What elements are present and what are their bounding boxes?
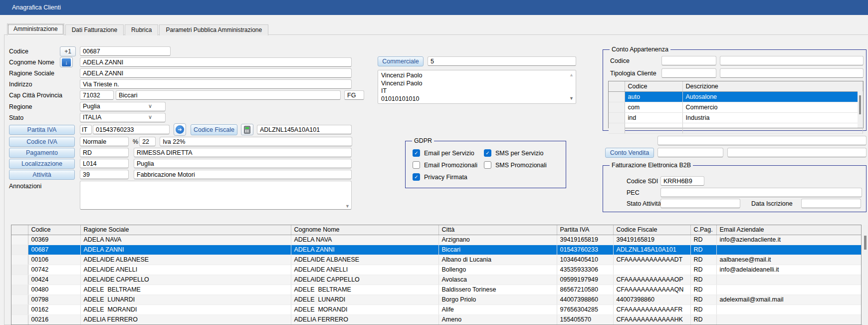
stato-attivita-input[interactable]: [660, 199, 740, 208]
commerciale-button[interactable]: Commerciale: [378, 56, 424, 66]
row-selector[interactable]: [11, 245, 28, 255]
tipologia-row[interactable]: ind Industria: [609, 112, 863, 123]
codice-input[interactable]: [80, 46, 171, 56]
attivita-descrizione-input[interactable]: [134, 170, 352, 179]
provincia-input[interactable]: [344, 90, 364, 100]
codice-sdi-input[interactable]: [660, 176, 704, 186]
column-header-ragione-sociale[interactable]: Ragione Sociale: [80, 225, 291, 235]
regione-select[interactable]: Puglia ∨: [80, 102, 166, 111]
column-header-descrizione[interactable]: Descrizione: [682, 81, 863, 91]
pagamento-button[interactable]: Pagamento: [9, 148, 75, 158]
iva-descrizione-input[interactable]: [160, 137, 352, 146]
conto-vendita-descrizione-input[interactable]: [727, 148, 867, 157]
column-header-cpag[interactable]: C.Pag.: [690, 225, 716, 235]
tab-rubrica[interactable]: Rubrica: [125, 24, 158, 35]
calculate-cf-button[interactable]: [241, 124, 253, 135]
annotazioni-textarea[interactable]: [80, 181, 352, 210]
ragione-sociale-input[interactable]: [80, 68, 352, 78]
customer-row[interactable]: 00369ADELA NAVAADELA NAVAArzignano394191…: [11, 235, 861, 245]
column-header-codice[interactable]: Codice: [625, 81, 682, 91]
cell: ADELE LUNARDI: [80, 295, 291, 305]
customer-row[interactable]: 00216ADELIA FERREROADELIA FERREROAmeno15…: [11, 315, 861, 325]
pec-input[interactable]: [660, 188, 862, 197]
row-selector[interactable]: [11, 275, 28, 285]
conto-vendita-code-input[interactable]: [657, 148, 723, 157]
partita-iva-button[interactable]: Partita IVA: [9, 125, 75, 135]
iva-percent-input[interactable]: [139, 137, 156, 146]
tab-parametri-pa[interactable]: Parametri Pubblica Amministrazione: [159, 24, 268, 35]
column-header-cognome-nome[interactable]: Cognome Nome: [291, 225, 438, 235]
customer-row[interactable]: 00480ADELE BELTRAMEADELE BELTRAMEBaldiss…: [11, 285, 861, 295]
checkbox-sms-per-servizio[interactable]: ✓: [484, 149, 491, 157]
scroll-up-icon[interactable]: ▲: [569, 73, 574, 77]
tab-amministrazione[interactable]: Amministrazione: [7, 23, 64, 35]
row-selector[interactable]: [11, 305, 28, 315]
increment-button[interactable]: +1: [60, 46, 76, 56]
localizzazione-descrizione-input[interactable]: [134, 159, 352, 168]
customer-row[interactable]: 00798ADELE LUNARDIADELE LUNARDIBorgo Pri…: [11, 295, 861, 305]
commerciale-input[interactable]: [428, 56, 576, 66]
tipologia-row[interactable]: auto Autosalone: [609, 91, 863, 102]
scroll-down-icon[interactable]: ▼: [345, 204, 350, 209]
customers-grid-scrollbar[interactable]: [863, 225, 868, 325]
partita-iva-input[interactable]: [93, 125, 170, 134]
column-header-codice[interactable]: Codice: [28, 225, 80, 235]
title-bar[interactable]: Anagrafica Clienti: [0, 0, 868, 15]
country-code-input[interactable]: [80, 125, 92, 134]
data-iscrizione-input[interactable]: [801, 199, 861, 208]
scrollbar-thumb[interactable]: [864, 236, 867, 250]
row-selector[interactable]: [609, 102, 625, 112]
conto-codice-input[interactable]: [661, 56, 716, 65]
cognome-nome-row: Cognome Nome ↓: [9, 57, 352, 67]
codice-fiscale-button[interactable]: Codice Fiscale: [191, 124, 237, 135]
customer-row[interactable]: 00742ADELAIDE ANELLIADELAIDE ANELLIBolle…: [11, 265, 861, 275]
tipologia-row[interactable]: com Commercio: [609, 102, 863, 112]
cap-input[interactable]: [80, 90, 114, 100]
customer-row[interactable]: 00687ADELA ZANNIADELA ZANNIBiccari015437…: [11, 245, 861, 255]
localizzazione-row: Localizzazione: [9, 158, 352, 169]
column-header-partita-iva[interactable]: Partita IVA: [557, 225, 613, 235]
checkbox-email-per-servizio[interactable]: ✓: [413, 149, 420, 157]
customer-row[interactable]: 00424ADELAIDE CAPPELLOADELAIDE CAPPELLOA…: [11, 275, 861, 285]
tab-dati-fatturazione[interactable]: Dati Fatturazione: [65, 24, 124, 35]
tipologia-grid-scrollbar[interactable]: [858, 91, 863, 128]
customer-row[interactable]: 00162ADELE MORANDIADELE MORANDIAlife9765…: [11, 305, 861, 315]
cognome-nome-input[interactable]: [80, 57, 352, 67]
attivita-code-input[interactable]: [80, 170, 129, 179]
checkbox-email-promozionali[interactable]: ✓: [413, 161, 420, 169]
localizzazione-button[interactable]: Localizzazione: [9, 159, 75, 169]
scrollbar-thumb[interactable]: [859, 95, 861, 114]
row-selector[interactable]: [609, 112, 625, 123]
localizzazione-code-input[interactable]: [80, 159, 129, 168]
citta-input[interactable]: [116, 90, 341, 100]
indirizzo-input[interactable]: [80, 79, 352, 89]
checkbox-privacy-firmata[interactable]: ✓: [413, 173, 420, 181]
scroll-down-icon[interactable]: ▼: [569, 96, 574, 101]
stato-select[interactable]: ITALIA ∨: [80, 113, 166, 122]
row-selector[interactable]: [11, 255, 28, 265]
row-selector[interactable]: [11, 235, 28, 245]
tipologia-cliente-descrizione-input[interactable]: [720, 68, 864, 78]
row-selector[interactable]: [11, 295, 28, 305]
row-selector[interactable]: [609, 91, 625, 102]
copy-name-button[interactable]: ↓: [60, 57, 73, 67]
checkbox-sms-promozionali[interactable]: ✓: [484, 161, 491, 169]
codice-iva-input[interactable]: [80, 137, 129, 146]
row-selector[interactable]: [11, 285, 28, 295]
conto-vendita-top-input[interactable]: [657, 136, 867, 145]
column-header-email-aziendale[interactable]: Email Aziendale: [716, 225, 861, 235]
verify-piva-button[interactable]: ➔: [174, 123, 186, 136]
conto-codice-descrizione-input[interactable]: [720, 56, 864, 65]
customer-row[interactable]: 00106ADELAIDE ALBANESEADELAIDE ALBANESEA…: [11, 255, 861, 265]
pagamento-code-input[interactable]: [80, 148, 129, 157]
tipologia-cliente-input[interactable]: [661, 68, 716, 78]
column-header-citta[interactable]: Città: [438, 225, 557, 235]
conto-vendita-button[interactable]: Conto Vendita: [605, 148, 654, 158]
row-selector[interactable]: [11, 315, 28, 325]
attivita-button[interactable]: Attività: [9, 170, 75, 180]
codice-iva-button[interactable]: Codice IVA: [9, 137, 75, 147]
codice-fiscale-input[interactable]: [257, 125, 352, 134]
pagamento-descrizione-input[interactable]: [134, 148, 352, 157]
column-header-codice-fiscale[interactable]: Codice Fiscale: [613, 225, 690, 235]
row-selector[interactable]: [11, 265, 28, 275]
